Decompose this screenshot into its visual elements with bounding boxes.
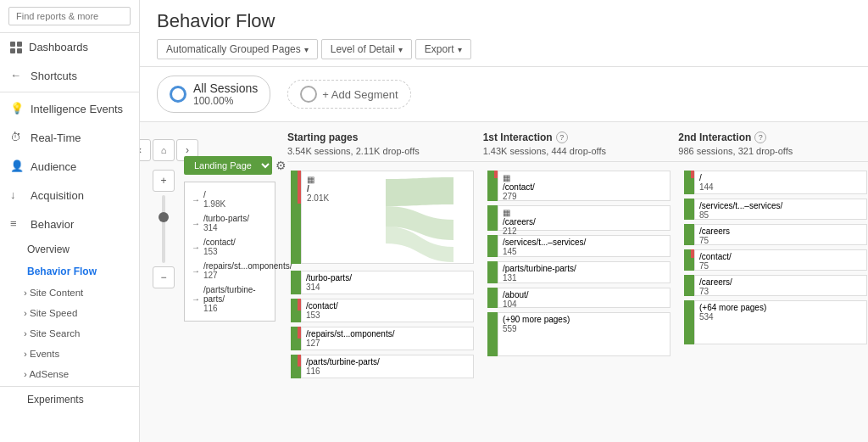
node-path: /contact/ <box>306 301 469 311</box>
grouped-pages-button[interactable]: Automatically Grouped Pages ▾ <box>157 39 318 59</box>
flow-node-second-3[interactable]: /contact/ 75 <box>684 249 867 271</box>
bars-icon: ≡ <box>10 217 24 231</box>
sidebar-sub-behavior-flow[interactable]: Behavior Flow <box>0 260 139 283</box>
flow-node-first-3[interactable]: /parts/turbine-parts/ 131 <box>487 261 670 283</box>
node-green-bar <box>684 171 694 194</box>
sidebar-item-audience[interactable]: 👤 Audience <box>0 152 139 181</box>
node-green-bar <box>291 355 301 378</box>
search-input[interactable] <box>8 7 131 25</box>
sidebar-sub-site-search[interactable]: › Site Search <box>0 323 139 344</box>
flow-node-first-5[interactable]: (+90 more pages) 559 <box>487 312 670 356</box>
drop-indicator <box>691 171 694 177</box>
node-green-bar <box>684 199 694 220</box>
sidebar-sub-site-content[interactable]: › Site Content <box>0 283 139 303</box>
flow-node-starting-0[interactable]: ▦ / 2.01K <box>291 171 474 264</box>
sidebar-sub-adsense[interactable]: › AdSense <box>0 364 139 384</box>
landing-path: /repairs/st...omponents/ 127 <box>203 261 292 280</box>
landing-entry-4: → /parts/turbine-parts/ 116 <box>192 283 268 316</box>
segment-name: All Sessions <box>193 81 258 95</box>
sidebar-item-intelligence[interactable]: 💡 Intelligence Events <box>0 94 139 123</box>
search-box[interactable] <box>0 0 139 33</box>
level-of-detail-button[interactable]: Level of Detail ▾ <box>321 39 412 59</box>
landing-path: /parts/turbine-parts/ 116 <box>203 285 268 313</box>
node-label-area: /careers/ 73 <box>694 275 867 296</box>
flow-node-second-0[interactable]: / 144 <box>684 171 867 194</box>
sidebar-item-behavior[interactable]: ≡ Behavior <box>0 210 139 238</box>
flow-node-first-0[interactable]: ▦ /contact/ 279 <box>487 171 670 201</box>
flow-node-second-1[interactable]: /services/t...–services/ 85 <box>684 199 867 220</box>
node-label-area: / 144 <box>694 171 867 194</box>
node-count: 73 <box>699 287 862 296</box>
sidebar-item-dashboards[interactable]: Dashboards <box>0 33 139 61</box>
arrow-icon: → <box>192 195 200 204</box>
flow-visualization: Starting pages 3.54K sessions, 2.11K dro… <box>281 131 868 434</box>
drop-indicator <box>691 249 694 258</box>
sidebar-sub-events[interactable]: › Events <box>0 344 139 364</box>
sidebar-item-realtime[interactable]: ⏱ Real-Time <box>0 123 139 152</box>
landing-page-select[interactable]: Landing Page <box>184 156 272 175</box>
node-path: /services/t...–services/ <box>699 201 862 210</box>
flow-node-starting-1[interactable]: /turbo-parts/ 314 <box>291 271 474 294</box>
all-sessions-segment[interactable]: All Sessions 100.00% <box>157 76 270 113</box>
node-label-area: /services/t...–services/ 85 <box>694 199 867 220</box>
node-path: (+64 more pages) <box>699 303 862 312</box>
second-interaction-col: / 144 /services/t...–services/ 85 <box>677 171 868 383</box>
flow-node-first-1[interactable]: ▦ /careers/ 212 <box>487 205 670 231</box>
node-label-area: /parts/turbine-parts/ 131 <box>498 261 670 283</box>
people-icon: 👤 <box>10 159 24 173</box>
home-button[interactable]: ⌂ <box>153 139 175 161</box>
node-green-bar <box>487 288 498 308</box>
export-button[interactable]: Export ▾ <box>415 39 471 59</box>
sidebar-item-shortcuts[interactable]: ← Shortcuts <box>0 61 139 90</box>
node-label-area: (+64 more pages) 534 <box>694 300 867 344</box>
chevron-down-icon: ▾ <box>304 45 309 54</box>
sidebar-item-acquisition[interactable]: ↓ Acquisition <box>0 181 139 210</box>
download-icon: ↓ <box>10 188 24 202</box>
flow-node-starting-3[interactable]: /repairs/st...omponents/ 127 <box>291 327 474 350</box>
node-label-area: ▦ /contact/ 279 <box>498 171 670 201</box>
page-header: Behavior Flow Automatically Grouped Page… <box>140 0 868 67</box>
sidebar-sub-experiments[interactable]: Experiments <box>0 389 139 411</box>
node-label-area: ▦ / 2.01K <box>301 171 474 264</box>
node-icon: ▦ <box>503 208 510 217</box>
node-green-bar <box>291 299 301 322</box>
segment-bar: All Sessions 100.00% + Add Segment <box>140 67 868 122</box>
col-stats-starting: 3.54K sessions, 2.11K drop-offs <box>287 145 483 158</box>
sidebar-sub-site-speed[interactable]: › Site Speed <box>0 303 139 323</box>
flow-node-starting-4[interactable]: /parts/turbine-parts/ 116 <box>291 355 474 378</box>
flow-node-second-5[interactable]: (+64 more pages) 534 <box>684 300 867 344</box>
node-label-area: /about/ 104 <box>498 288 670 308</box>
col-stats-first: 1.43K sessions, 444 drop-offs <box>483 145 679 158</box>
node-green-bar <box>291 171 301 264</box>
sidebar-sub-overview[interactable]: Overview <box>0 238 139 260</box>
starting-pages-header: Starting pages 3.54K sessions, 2.11K dro… <box>287 131 483 167</box>
flow-node-second-2[interactable]: /careers 75 <box>684 224 867 245</box>
add-segment-circle <box>300 86 317 103</box>
segment-circle <box>170 86 186 103</box>
drop-indicator <box>298 355 301 366</box>
sidebar-item-label: Behavior <box>31 218 74 231</box>
node-path: /parts/turbine-parts/ <box>503 264 665 273</box>
zoom-in-button[interactable]: + <box>153 170 175 192</box>
node-path: /turbo-parts/ <box>306 273 469 283</box>
node-path: /parts/turbine-parts/ <box>306 357 469 366</box>
arrow-icon: → <box>192 294 200 304</box>
node-count: 85 <box>699 210 862 220</box>
zoom-out-button[interactable]: − <box>153 266 175 288</box>
pan-left-button[interactable]: ‹ <box>140 139 151 161</box>
node-count: 279 <box>503 192 665 201</box>
flow-node-starting-2[interactable]: /contact/ 153 <box>291 299 474 322</box>
flow-node-first-4[interactable]: /about/ 104 <box>487 288 670 308</box>
node-label-area: /services/t...–services/ 145 <box>498 235 670 257</box>
node-label-area: ▦ /careers/ 212 <box>498 205 670 231</box>
node-path: /about/ <box>503 290 665 299</box>
zoom-slider[interactable] <box>162 195 165 263</box>
flow-node-second-4[interactable]: /careers/ 73 <box>684 275 867 296</box>
node-count: 2.01K <box>307 193 468 203</box>
node-icon: ▦ <box>503 173 510 182</box>
add-segment-button[interactable]: + Add Segment <box>287 80 410 109</box>
flow-node-first-2[interactable]: /services/t...–services/ 145 <box>487 235 670 257</box>
page-title: Behavior Flow <box>157 10 851 32</box>
landing-entry-2: → /contact/ 153 <box>192 235 268 259</box>
drop-indicator <box>298 327 301 338</box>
